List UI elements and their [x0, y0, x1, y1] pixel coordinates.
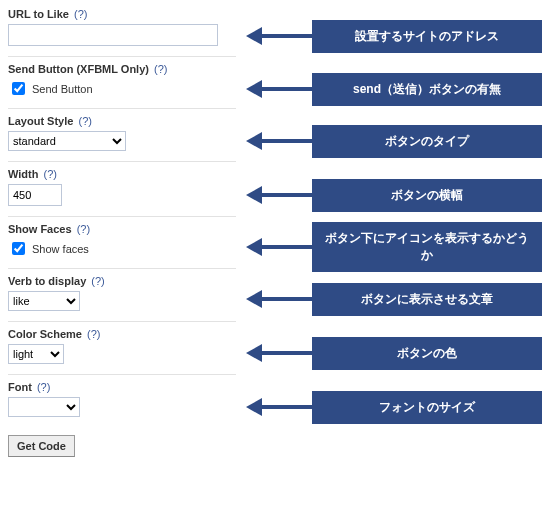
faces-checkbox-label: Show faces [32, 243, 89, 255]
label-url: URL to Like (?) [8, 8, 236, 20]
label-send: Send Button (XFBML Only) (?) [8, 63, 236, 75]
label-layout: Layout Style (?) [8, 115, 236, 127]
annot-text: send（送信）ボタンの有無 [312, 73, 542, 106]
form-column: URL to Like (?) Send Button (XFBML Only)… [8, 8, 236, 457]
arrow-icon [246, 390, 312, 424]
help-icon[interactable]: (?) [74, 8, 87, 20]
arrow-icon [246, 230, 312, 264]
section-font: Font (?) [8, 374, 236, 427]
font-select[interactable] [8, 397, 80, 417]
annotation-column: 設置するサイトのアドレス send（送信）ボタンの有無 ボタンのタイプ ボタンの… [236, 8, 542, 457]
label-text: Verb to display [8, 275, 86, 287]
annot-text: ボタンの横幅 [312, 179, 542, 212]
section-layout: Layout Style (?) standard [8, 108, 236, 161]
label-text: Width [8, 168, 38, 180]
help-icon[interactable]: (?) [154, 63, 167, 75]
help-icon[interactable]: (?) [37, 381, 50, 393]
label-font: Font (?) [8, 381, 236, 393]
section-verb: Verb to display (?) like [8, 268, 236, 321]
get-code-button[interactable]: Get Code [8, 435, 75, 457]
plugin-configurator: URL to Like (?) Send Button (XFBML Only)… [8, 8, 542, 457]
annot-text: 設置するサイトのアドレス [312, 20, 542, 53]
faces-checkbox[interactable] [12, 242, 25, 255]
annot-width: ボタンの横幅 [246, 168, 542, 222]
url-input[interactable] [8, 24, 218, 46]
help-icon[interactable]: (?) [87, 328, 100, 340]
section-faces: Show Faces (?) Show faces [8, 216, 236, 268]
annot-url: 設置するサイトのアドレス [246, 8, 542, 64]
label-text: Send Button (XFBML Only) [8, 63, 149, 75]
send-checkbox-label: Send Button [32, 83, 93, 95]
label-verb: Verb to display (?) [8, 275, 236, 287]
arrow-icon [246, 19, 312, 53]
annot-font: フォントのサイズ [246, 380, 542, 434]
section-width: Width (?) [8, 161, 236, 216]
label-text: Color Scheme [8, 328, 82, 340]
label-text: Show Faces [8, 223, 72, 235]
help-icon[interactable]: (?) [44, 168, 57, 180]
width-input[interactable] [8, 184, 62, 206]
help-icon[interactable]: (?) [77, 223, 90, 235]
label-color: Color Scheme (?) [8, 328, 236, 340]
label-text: Layout Style [8, 115, 73, 127]
arrow-icon [246, 72, 312, 106]
label-faces: Show Faces (?) [8, 223, 236, 235]
label-text: Font [8, 381, 32, 393]
verb-select[interactable]: like [8, 291, 80, 311]
section-color: Color Scheme (?) light [8, 321, 236, 374]
annot-layout: ボタンのタイプ [246, 114, 542, 168]
annot-text: ボタンのタイプ [312, 125, 542, 158]
color-select[interactable]: light [8, 344, 64, 364]
send-checkbox[interactable] [12, 82, 25, 95]
arrow-icon [246, 124, 312, 158]
annot-text: ボタンに表示させる文章 [312, 283, 542, 316]
section-url: URL to Like (?) [8, 8, 236, 56]
annot-send: send（送信）ボタンの有無 [246, 64, 542, 114]
annot-text: フォントのサイズ [312, 391, 542, 424]
arrow-icon [246, 282, 312, 316]
help-icon[interactable]: (?) [91, 275, 104, 287]
label-text: URL to Like [8, 8, 69, 20]
annot-text: ボタン下にアイコンを表示するかどうか [312, 222, 542, 272]
annot-verb: ボタンに表示させる文章 [246, 272, 542, 326]
help-icon[interactable]: (?) [78, 115, 91, 127]
annot-text: ボタンの色 [312, 337, 542, 370]
annot-color: ボタンの色 [246, 326, 542, 380]
arrow-icon [246, 178, 312, 212]
label-width: Width (?) [8, 168, 236, 180]
annot-faces: ボタン下にアイコンを表示するかどうか [246, 222, 542, 272]
layout-select[interactable]: standard [8, 131, 126, 151]
section-send: Send Button (XFBML Only) (?) Send Button [8, 56, 236, 108]
arrow-icon [246, 336, 312, 370]
